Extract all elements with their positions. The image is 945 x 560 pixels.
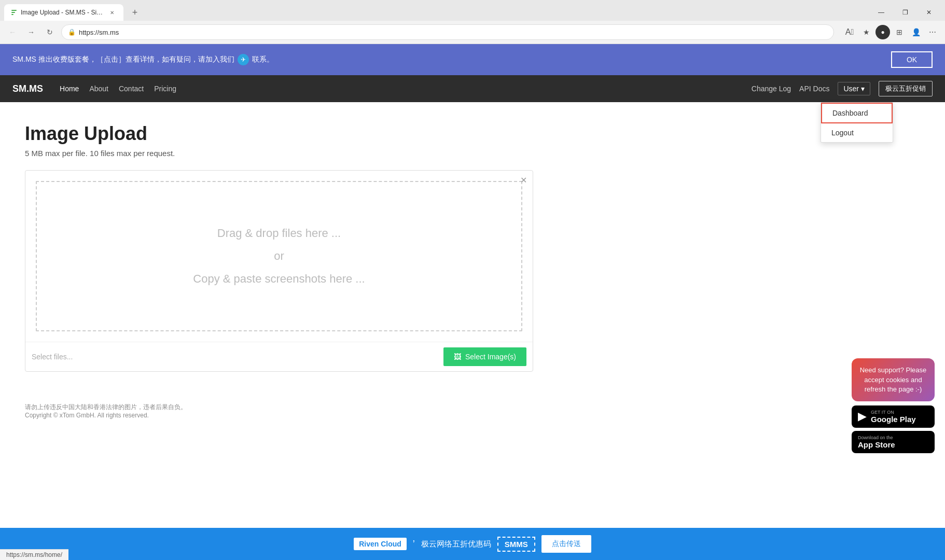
lock-icon: 🔒 bbox=[68, 29, 76, 36]
back-button[interactable]: ← bbox=[5, 25, 20, 39]
favorites-button[interactable]: ★ bbox=[859, 25, 873, 39]
settings-button[interactable]: ⋯ bbox=[925, 25, 940, 39]
nav-changelog[interactable]: Change Log bbox=[752, 85, 791, 93]
google-play-label: Google Play bbox=[858, 415, 928, 424]
promo-navbar-button[interactable]: 极云五折促销 bbox=[879, 81, 933, 96]
dropzone-text: Drag & drop files here ... or Copy & pas… bbox=[193, 222, 365, 290]
user-dropdown-label: User bbox=[843, 85, 859, 93]
nav-contact[interactable]: Contact bbox=[119, 85, 144, 93]
select-files-placeholder: Select files... bbox=[32, 353, 439, 361]
telegram-icon: ✈ bbox=[238, 54, 249, 65]
footer-copyright: Copyright © xTom GmbH. All rights reserv… bbox=[25, 412, 920, 419]
main-content: Image Upload 5 MB max per file. 10 files… bbox=[0, 102, 622, 393]
select-images-label: Select Image(s) bbox=[465, 353, 516, 361]
browser-tab[interactable]: Image Upload - SM.MS - Simple ✕ bbox=[4, 4, 123, 21]
announcement-contact-text: 联系。 bbox=[252, 55, 274, 64]
nav-home[interactable]: Home bbox=[60, 85, 79, 93]
url-bar[interactable]: 🔒 https://sm.ms bbox=[61, 24, 834, 40]
dropzone[interactable]: Drag & drop files here ... or Copy & pas… bbox=[36, 181, 522, 331]
nav-pricing[interactable]: Pricing bbox=[154, 85, 176, 93]
announcement-ok-button[interactable]: OK bbox=[891, 51, 933, 68]
google-play-icon: ▶ bbox=[858, 410, 867, 423]
translate-button[interactable]: A⃞ bbox=[842, 25, 857, 39]
google-play-button[interactable]: ▶ GET IT ON Google Play bbox=[852, 405, 935, 428]
select-images-button[interactable]: 🖼 Select Image(s) bbox=[443, 347, 526, 366]
navbar: SM.MS Home About Contact Pricing Change … bbox=[0, 75, 945, 102]
page-subtitle: 5 MB max per file. 10 files max per requ… bbox=[25, 149, 597, 158]
page-title: Image Upload bbox=[25, 123, 597, 145]
image-icon: 🖼 bbox=[454, 353, 461, 361]
maximize-button[interactable]: ❐ bbox=[893, 5, 917, 20]
nav-apidocs[interactable]: API Docs bbox=[799, 85, 829, 93]
browser-toolbar: A⃞ ★ ● ⊞ 👤 ⋯ bbox=[842, 25, 940, 39]
tab-close-button[interactable]: ✕ bbox=[108, 8, 116, 17]
user-dropdown-button[interactable]: User ▾ bbox=[838, 82, 870, 95]
minimize-button[interactable]: — bbox=[869, 5, 893, 20]
dropdown-logout[interactable]: Logout bbox=[821, 123, 893, 142]
collections-button[interactable]: ⊞ bbox=[892, 25, 907, 39]
close-window-button[interactable]: ✕ bbox=[917, 5, 941, 20]
footer-disclaimer: 请勿上传违反中国大陆和香港法律的图片，违者后果自负。 bbox=[25, 403, 920, 412]
support-bubble: Need support? Please accept cookies and … bbox=[852, 358, 935, 401]
support-widget: Need support? Please accept cookies and … bbox=[852, 358, 935, 429]
address-bar-container: ← → ↻ 🔒 https://sm.ms A⃞ ★ ● ⊞ 👤 ⋯ bbox=[0, 21, 945, 44]
nav-links: Home About Contact Pricing bbox=[60, 85, 176, 93]
forward-button[interactable]: → bbox=[24, 25, 38, 39]
tab-title: Image Upload - SM.MS - Simple bbox=[21, 9, 104, 16]
dropzone-line2: Copy & paste screenshots here ... bbox=[193, 268, 365, 290]
upload-container: ✕ Drag & drop files here ... or Copy & p… bbox=[25, 170, 533, 372]
browser-chrome: Image Upload - SM.MS - Simple ✕ + — ❐ ✕ … bbox=[0, 0, 945, 44]
tab-favicon-icon bbox=[11, 10, 17, 15]
nav-about[interactable]: About bbox=[89, 85, 108, 93]
user-dropdown-menu: Dashboard Logout bbox=[821, 102, 893, 143]
chevron-down-icon: ▾ bbox=[861, 85, 865, 93]
announcement-text: SM.MS 推出收费版套餐，［点击］查看详情，如有疑问，请加入我们 ✈ 联系。 bbox=[12, 54, 274, 65]
url-text: https://sm.ms bbox=[79, 29, 119, 36]
footer: 请勿上传违反中国大陆和香港法律的图片，违者后果自负。 Copyright © x… bbox=[0, 393, 945, 429]
new-tab-button[interactable]: + bbox=[128, 5, 142, 20]
get-it-on-label: GET IT ON bbox=[858, 410, 928, 415]
announcement-cn-text: SM.MS 推出收费版套餐，［点击］查看详情，如有疑问，请加入我们 bbox=[12, 55, 234, 64]
dropzone-line1: Drag & drop files here ... bbox=[193, 222, 365, 245]
extensions-button[interactable]: ● bbox=[875, 25, 890, 39]
dropdown-dashboard[interactable]: Dashboard bbox=[821, 103, 893, 123]
support-text: Need support? Please accept cookies and … bbox=[860, 366, 927, 393]
upload-footer: Select files... 🖼 Select Image(s) bbox=[25, 342, 533, 371]
nav-right: Change Log API Docs User ▾ 极云五折促销 bbox=[752, 81, 933, 96]
brand-logo: SM.MS bbox=[12, 83, 43, 94]
announcement-bar: SM.MS 推出收费版套餐，［点击］查看详情，如有疑问，请加入我们 ✈ 联系。 … bbox=[0, 44, 945, 75]
upload-close-button[interactable]: ✕ bbox=[518, 175, 529, 185]
dropzone-or: or bbox=[193, 245, 365, 268]
reload-button[interactable]: ↻ bbox=[43, 25, 57, 39]
profile-button[interactable]: 👤 bbox=[909, 25, 923, 39]
